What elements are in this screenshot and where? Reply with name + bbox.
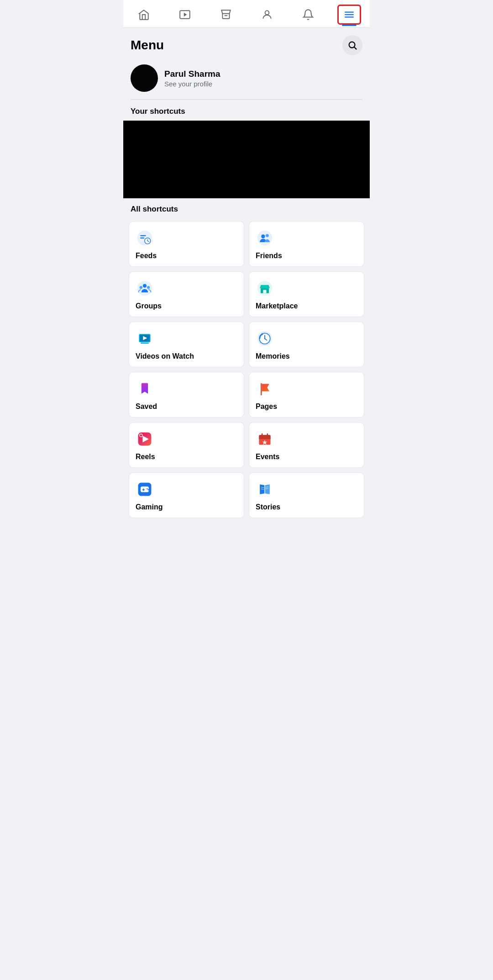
nav-profile-button[interactable] bbox=[255, 5, 279, 25]
avatar bbox=[131, 64, 158, 92]
marketplace-label: Marketplace bbox=[256, 302, 357, 310]
shortcut-gaming[interactable]: Gaming bbox=[129, 472, 244, 518]
profile-section[interactable]: Parul Sharma See your profile bbox=[123, 61, 370, 99]
memories-label: Memories bbox=[256, 352, 357, 360]
saved-label: Saved bbox=[136, 403, 237, 411]
shortcut-feeds[interactable]: Feeds bbox=[129, 221, 244, 267]
shortcut-saved[interactable]: Saved bbox=[129, 372, 244, 418]
svg-rect-44 bbox=[267, 433, 268, 436]
svg-point-50 bbox=[147, 488, 148, 490]
shortcut-events[interactable]: Events bbox=[249, 422, 364, 468]
pages-label: Pages bbox=[256, 403, 357, 411]
svg-rect-24 bbox=[263, 290, 266, 293]
main-content: Menu Parul Sharma See your profile Your … bbox=[123, 28, 370, 525]
svg-point-34 bbox=[264, 338, 266, 339]
svg-rect-9 bbox=[140, 235, 146, 236]
groups-icon bbox=[136, 279, 154, 297]
groups-label: Groups bbox=[136, 302, 237, 310]
svg-rect-28 bbox=[141, 343, 149, 344]
profile-subtitle: See your profile bbox=[164, 80, 220, 88]
shortcuts-grid: Feeds Friends bbox=[123, 218, 370, 525]
videos-icon bbox=[136, 329, 154, 348]
search-icon bbox=[347, 40, 357, 50]
shortcuts-redacted-content bbox=[123, 121, 370, 198]
svg-point-20 bbox=[140, 286, 142, 289]
svg-rect-42 bbox=[259, 438, 270, 439]
gaming-icon bbox=[136, 480, 154, 498]
svg-point-51 bbox=[148, 489, 149, 491]
shortcut-pages[interactable]: Pages bbox=[249, 372, 364, 418]
events-icon bbox=[256, 430, 274, 448]
svg-marker-1 bbox=[184, 13, 187, 17]
stories-label: Stories bbox=[256, 503, 357, 511]
svg-point-6 bbox=[349, 42, 355, 48]
top-navigation bbox=[123, 0, 370, 28]
svg-point-17 bbox=[266, 234, 269, 237]
memories-icon bbox=[256, 329, 274, 348]
svg-rect-36 bbox=[261, 383, 262, 395]
nav-marketplace-button[interactable] bbox=[214, 5, 238, 25]
shortcut-marketplace[interactable]: Marketplace bbox=[249, 271, 364, 317]
profile-info: Parul Sharma See your profile bbox=[164, 69, 220, 88]
menu-header: Menu bbox=[123, 28, 370, 61]
gaming-label: Gaming bbox=[136, 503, 237, 511]
shortcut-videos[interactable]: Videos on Watch bbox=[129, 322, 244, 367]
nav-notifications-button[interactable] bbox=[296, 5, 320, 25]
active-tab-indicator bbox=[342, 25, 357, 26]
reels-label: Reels bbox=[136, 453, 237, 461]
feeds-icon bbox=[136, 229, 154, 247]
events-label: Events bbox=[256, 453, 357, 461]
nav-menu-button[interactable] bbox=[337, 5, 361, 25]
svg-line-7 bbox=[354, 47, 357, 49]
feeds-label: Feeds bbox=[136, 252, 237, 260]
svg-point-21 bbox=[147, 286, 150, 289]
svg-point-19 bbox=[143, 284, 147, 288]
all-shortcuts-label: All shortcuts bbox=[123, 198, 370, 218]
menu-title: Menu bbox=[131, 38, 164, 53]
svg-point-16 bbox=[261, 234, 265, 238]
svg-rect-49 bbox=[143, 488, 144, 491]
shortcut-groups[interactable]: Groups bbox=[129, 271, 244, 317]
svg-point-18 bbox=[137, 281, 152, 296]
nav-watch-button[interactable] bbox=[173, 5, 197, 25]
svg-rect-43 bbox=[262, 433, 263, 436]
reels-icon bbox=[136, 430, 154, 448]
svg-point-2 bbox=[265, 11, 269, 15]
shortcut-reels[interactable]: Reels bbox=[129, 422, 244, 468]
stories-icon bbox=[256, 480, 274, 498]
pages-icon bbox=[256, 380, 274, 398]
search-button[interactable] bbox=[342, 35, 362, 55]
svg-rect-10 bbox=[140, 238, 144, 238]
videos-label: Videos on Watch bbox=[136, 352, 237, 360]
saved-icon bbox=[136, 380, 154, 398]
marketplace-icon bbox=[256, 279, 274, 297]
your-shortcuts-label: Your shortcuts bbox=[123, 100, 370, 121]
shortcut-friends[interactable]: Friends bbox=[249, 221, 364, 267]
shortcut-stories[interactable]: Stories bbox=[249, 472, 364, 518]
shortcut-memories[interactable]: Memories bbox=[249, 322, 364, 367]
svg-point-15 bbox=[257, 231, 272, 245]
profile-name: Parul Sharma bbox=[164, 69, 220, 79]
friends-icon bbox=[256, 229, 274, 247]
nav-home-button[interactable] bbox=[132, 5, 156, 25]
friends-label: Friends bbox=[256, 252, 357, 260]
